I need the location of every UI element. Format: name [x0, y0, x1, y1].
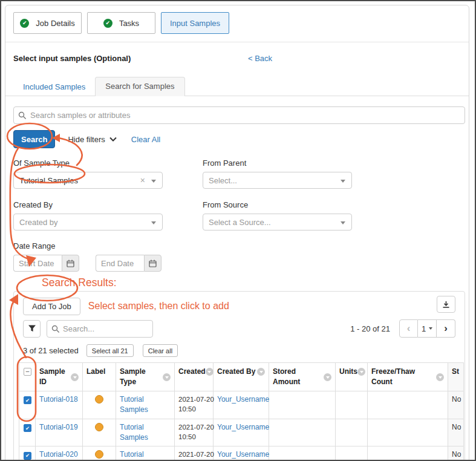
- created-by-select[interactable]: Created by: [13, 214, 163, 230]
- from-source-select[interactable]: Select a Source...: [203, 214, 352, 230]
- search-results-card: Add To Job Select samples, then click to…: [13, 291, 465, 461]
- step-job-details[interactable]: Job Details: [13, 12, 82, 34]
- sample-type-link[interactable]: Tutorial Samples: [120, 450, 148, 461]
- start-date-input[interactable]: [13, 255, 62, 272]
- select-all-checkbox[interactable]: [24, 368, 31, 376]
- search-icon: [51, 325, 60, 333]
- sample-type-select[interactable]: Tutorial Samples ×: [13, 172, 163, 189]
- col-storage: St: [452, 367, 459, 376]
- divider: [5, 42, 469, 42]
- download-button[interactable]: [437, 296, 455, 313]
- col-label: Label: [86, 367, 105, 376]
- from-parent-label: From Parent: [203, 159, 352, 168]
- from-parent-select[interactable]: Select...: [203, 172, 352, 189]
- tab-search-for-samples[interactable]: Search for Samples: [95, 77, 184, 96]
- col-sample-id: Sample ID: [39, 367, 71, 388]
- table-header-row: Sample ID Label Sample Type Created Crea…: [19, 363, 464, 391]
- clear-all-filters-link[interactable]: Clear All: [131, 135, 160, 144]
- calendar-icon: [149, 260, 157, 267]
- add-to-job-button[interactable]: Add To Job: [23, 298, 80, 315]
- label-dot-icon: [95, 395, 103, 404]
- search-icon: [18, 111, 27, 120]
- col-freeze-thaw: Freeze/Thaw Count: [371, 367, 436, 388]
- step-label: Tasks: [119, 19, 139, 28]
- page-select-button[interactable]: 1: [418, 319, 437, 338]
- check-circle-icon: [103, 19, 112, 28]
- sort-icon[interactable]: [257, 368, 265, 376]
- table-row: Tutorial-020 Tutorial Samples 2021-07-20…: [19, 446, 464, 461]
- caret-down-icon: [429, 327, 432, 330]
- start-date-calendar-button[interactable]: [62, 255, 79, 272]
- sample-id-link[interactable]: Tutorial-018: [39, 395, 78, 404]
- step-tasks[interactable]: Tasks: [87, 12, 155, 34]
- download-icon: [442, 301, 450, 309]
- sort-icon[interactable]: [357, 368, 365, 376]
- end-date-calendar-button[interactable]: [144, 255, 161, 272]
- search-results-annotation: Search Results:: [13, 276, 465, 289]
- step-input-samples[interactable]: Input Samples: [161, 12, 229, 34]
- sort-icon[interactable]: [163, 373, 171, 381]
- created-by-link[interactable]: Your_Username: [217, 450, 269, 459]
- results-table: Sample ID Label Sample Type Created Crea…: [19, 362, 464, 461]
- calendar-icon: [67, 260, 74, 267]
- clear-selection-button[interactable]: Clear all: [143, 344, 178, 357]
- row-checkbox[interactable]: [24, 452, 31, 460]
- col-units: Units: [339, 367, 357, 377]
- clear-x-icon[interactable]: ×: [140, 175, 145, 185]
- chevron-down-icon: [109, 137, 117, 142]
- sample-tabs: Included Samples Search for Samples: [5, 77, 469, 96]
- sample-type-label: Of Sample Type: [13, 159, 163, 168]
- row-checkbox[interactable]: [24, 396, 31, 404]
- app-window: Job Details Tasks Input Samples Select i…: [0, 0, 476, 461]
- table-search-input[interactable]: [47, 320, 153, 338]
- step-label: Input Samples: [170, 19, 220, 28]
- storage-cell: No: [448, 419, 464, 446]
- select-all-button[interactable]: Select all 21: [86, 344, 134, 357]
- col-created-by: Created By: [217, 367, 255, 377]
- table-row: Tutorial-018 Tutorial Samples 2021-07-20…: [19, 391, 464, 419]
- attribute-search-input[interactable]: [13, 106, 465, 124]
- label-dot-icon: [95, 423, 103, 431]
- caret-down-icon: [151, 180, 156, 183]
- step-label: Job Details: [36, 19, 74, 28]
- storage-cell: No: [448, 391, 464, 419]
- prev-page-button[interactable]: ‹: [399, 319, 418, 338]
- sort-icon[interactable]: [436, 373, 444, 381]
- row-checkbox[interactable]: [24, 424, 31, 432]
- sample-type-link[interactable]: Tutorial Samples: [120, 423, 148, 442]
- col-stored-amount: Stored Amount: [273, 367, 324, 388]
- pagination: ‹ 1 ›: [399, 319, 455, 338]
- sample-type-link[interactable]: Tutorial Samples: [120, 395, 148, 414]
- sort-icon[interactable]: [324, 373, 331, 381]
- selection-summary: 3 of 21 selected: [23, 346, 79, 355]
- pagination-range: 1 - 20 of 21: [350, 324, 390, 333]
- label-dot-icon: [95, 450, 103, 459]
- storage-cell: No: [448, 446, 464, 461]
- wizard-steps: Job Details Tasks Input Samples: [13, 12, 465, 34]
- sample-id-link[interactable]: Tutorial-020: [39, 450, 78, 459]
- filter-funnel-icon: [28, 325, 36, 332]
- created-by-link[interactable]: Your_Username: [217, 395, 269, 404]
- page-title: Select input samples (Optional): [13, 54, 131, 63]
- sample-id-link[interactable]: Tutorial-019: [39, 423, 78, 431]
- caret-down-icon: [341, 221, 345, 224]
- col-created: Created: [178, 367, 206, 377]
- col-sample-type: Sample Type: [120, 367, 163, 388]
- end-date-input[interactable]: [96, 255, 144, 272]
- search-button[interactable]: Search: [13, 130, 55, 148]
- table-filter-button[interactable]: [23, 320, 41, 338]
- tab-included-samples[interactable]: Included Samples: [13, 78, 95, 96]
- caret-down-icon: [151, 221, 156, 224]
- caret-down-icon: [341, 180, 345, 183]
- created-by-label: Created By: [13, 200, 163, 209]
- created-by-link[interactable]: Your_Username: [217, 423, 269, 431]
- table-row: Tutorial-019 Tutorial Samples 2021-07-20…: [19, 419, 464, 446]
- sort-icon[interactable]: [71, 373, 79, 381]
- hide-filters-toggle[interactable]: Hide filters: [68, 135, 116, 144]
- date-range-label: Date Range: [13, 241, 465, 250]
- job-wizard-panel: Job Details Tasks Input Samples Select i…: [5, 5, 469, 461]
- back-link[interactable]: < Back: [248, 54, 272, 63]
- add-hint-annotation: Select samples, then click to add: [88, 301, 229, 312]
- next-page-button[interactable]: ›: [437, 319, 455, 338]
- sort-icon[interactable]: [206, 368, 214, 376]
